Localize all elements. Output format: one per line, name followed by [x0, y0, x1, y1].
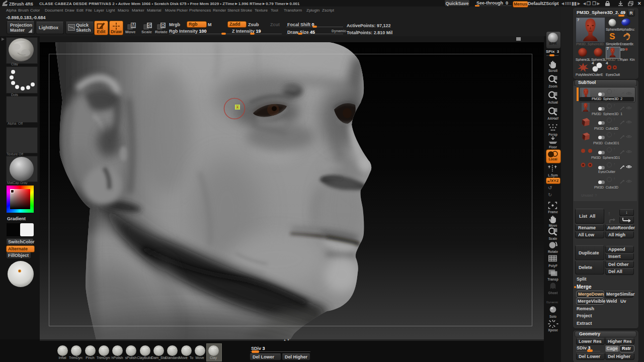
svg-text:S: S	[609, 32, 615, 41]
svg-text:S: S	[148, 23, 151, 28]
svg-text:BPR: BPR	[549, 42, 557, 45]
svg-text:R: R	[161, 23, 165, 28]
svg-text:Local: Local	[549, 157, 557, 161]
svg-text:M: M	[131, 23, 135, 28]
